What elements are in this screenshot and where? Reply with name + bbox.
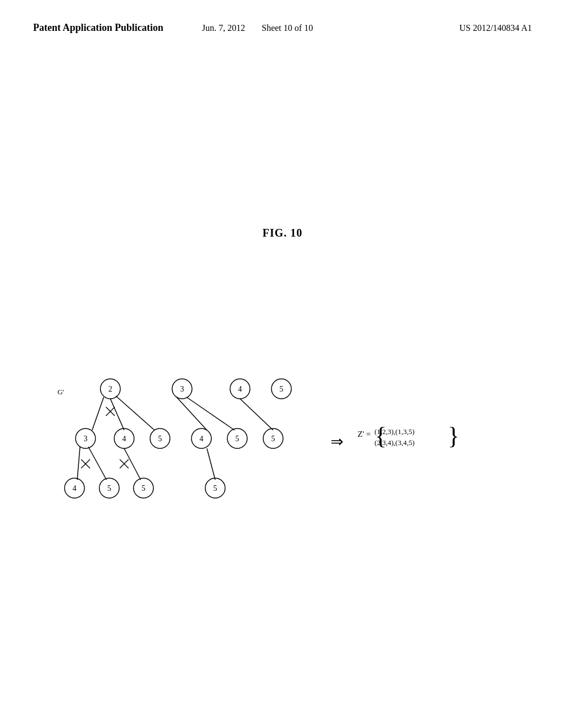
edge-3row2-4 xyxy=(77,447,80,480)
z-prime-label: Z' = xyxy=(358,430,371,438)
patent-number: US 2012/140834 A1 xyxy=(459,23,532,33)
edge-2-3 xyxy=(92,397,104,430)
edge-2-4 xyxy=(110,399,124,430)
edge-3-4 xyxy=(177,397,207,430)
patent-publication-label: Patent Application Publication xyxy=(33,22,163,34)
node-3-top-label: 3 xyxy=(180,385,184,393)
node-5-row3-mid-label: 5 xyxy=(108,484,111,493)
node-5-row2-under4-label: 5 xyxy=(271,435,275,443)
edge-4row2-5 xyxy=(124,448,141,480)
figure-title: FIG. 10 xyxy=(0,227,565,239)
node-4-row3-left-label: 4 xyxy=(73,484,77,493)
node-5-row3-far-label: 5 xyxy=(214,484,217,493)
edge-3row2-5 xyxy=(88,447,106,480)
node-5-row3-right-label: 5 xyxy=(142,484,146,493)
node-4-row2-under3-label: 4 xyxy=(200,435,204,443)
diagram-container: G' 2 3 4 5 3 4 5 4 5 5 xyxy=(44,353,519,529)
implication-arrow: ⇒ xyxy=(331,433,343,450)
g-prime-label: G' xyxy=(57,388,64,396)
node-4-top-label: 4 xyxy=(238,385,242,393)
page-header: Patent Application Publication Jun. 7, 2… xyxy=(0,0,565,34)
edge-3-5 xyxy=(186,397,234,430)
node-4-row2-mid-label: 4 xyxy=(122,435,126,443)
sheet-info: Sheet 10 of 10 xyxy=(262,23,313,33)
publication-date: Jun. 7, 2012 xyxy=(202,23,245,33)
node-5-row2-right-label: 5 xyxy=(158,435,162,443)
node-3-row2-left-label: 3 xyxy=(84,435,88,443)
node-5-row2-under3-label: 5 xyxy=(236,435,239,443)
edge-4-5 xyxy=(240,399,273,430)
right-brace: } xyxy=(447,422,459,449)
z-set-line1: (1,2,3),(1,3,5) xyxy=(375,427,415,436)
node-5-top-label: 5 xyxy=(280,385,284,393)
edge-4under3-5 xyxy=(207,448,215,480)
node-2-top-label: 2 xyxy=(109,385,113,393)
tree-diagram: G' 2 3 4 5 3 4 5 4 5 5 xyxy=(44,353,519,529)
z-set-line2: (2,3,4),(3,4,5) xyxy=(375,438,415,447)
